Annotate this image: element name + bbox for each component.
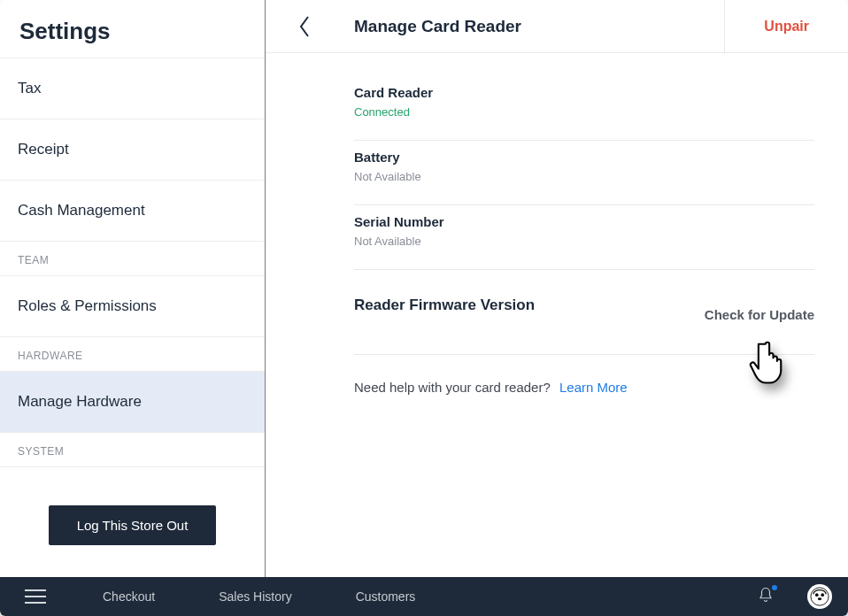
bell-icon [758,587,774,603]
bottom-nav: Checkout Sales History Customers [0,577,848,616]
serial-value: Not Available [354,235,814,248]
serial-block: Serial Number Not Available [354,205,814,270]
notifications-button[interactable] [740,587,791,606]
hamburger-icon [25,585,46,608]
unpair-button[interactable]: Unpair [724,0,848,52]
card-reader-status: Connected [354,105,814,119]
chevron-left-icon [298,15,311,38]
menu-button[interactable] [0,585,71,608]
serial-label: Serial Number [354,214,814,229]
nav-checkout[interactable]: Checkout [71,589,187,604]
battery-block: Battery Not Available [354,141,814,205]
sidebar-item-app-tablet[interactable]: App & Tablet [0,467,265,482]
sidebar-section-hardware: HARDWARE [0,337,265,372]
avatar-icon [810,587,829,606]
learn-more-link[interactable]: Learn More [559,380,628,395]
card-reader-status-block: Card Reader Connected [354,76,814,141]
sidebar-title: Settings [0,0,265,58]
log-store-out-button[interactable]: Log This Store Out [49,505,217,545]
sidebar-item-receipt[interactable]: Receipt [0,119,265,181]
help-row: Need help with your card reader? Learn M… [354,355,814,420]
nav-customers[interactable]: Customers [324,589,448,604]
card-reader-label: Card Reader [354,85,814,100]
settings-sidebar: Settings Tax Receipt Cash Management TEA… [0,0,266,577]
firmware-label: Reader Firmware Version [354,296,705,314]
help-text: Need help with your card reader? [354,380,551,395]
sidebar-item-roles-permissions[interactable]: Roles & Permissions [0,276,265,337]
notification-dot-icon [772,585,777,590]
sidebar-item-tax[interactable]: Tax [0,58,265,119]
avatar-button[interactable] [807,584,832,609]
sidebar-section-system: SYSTEM [0,433,265,467]
check-for-update-button[interactable]: Check for Update [705,307,814,322]
page-title: Manage Card Reader [343,17,724,36]
back-button[interactable] [266,0,343,52]
svg-point-3 [818,597,821,600]
sidebar-item-cash-management[interactable]: Cash Management [0,181,265,242]
firmware-block: Reader Firmware Version Check for Update [354,270,814,355]
battery-label: Battery [354,150,814,165]
battery-value: Not Available [354,170,814,183]
sidebar-list: Tax Receipt Cash Management TEAM Roles &… [0,58,265,482]
sidebar-section-team: TEAM [0,242,265,276]
content-panel: Manage Card Reader Unpair Card Reader Co… [266,0,848,577]
nav-sales-history[interactable]: Sales History [187,589,323,604]
svg-point-1 [815,593,819,597]
sidebar-item-manage-hardware[interactable]: Manage Hardware [0,372,265,433]
content-header: Manage Card Reader Unpair [266,0,848,53]
svg-point-2 [821,593,824,597]
